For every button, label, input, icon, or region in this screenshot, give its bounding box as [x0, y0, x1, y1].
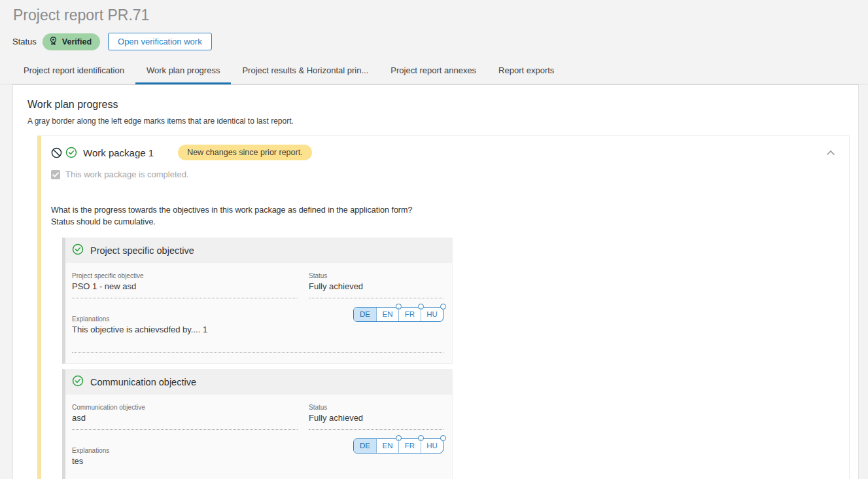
- language-code: EN: [383, 310, 393, 318]
- check-circle-icon: [72, 375, 84, 389]
- tab-project-report-identification[interactable]: Project report identification: [12, 60, 135, 84]
- language-code: HU: [426, 310, 438, 318]
- divider: [72, 352, 443, 353]
- field-value: tes: [72, 456, 298, 466]
- language-tab-hu[interactable]: HU: [421, 439, 443, 453]
- language-code: EN: [383, 442, 393, 450]
- objective-card-communication-objective: Communication objective Communication ob…: [62, 369, 453, 479]
- medal-icon: [48, 36, 58, 48]
- field-label: Status: [309, 404, 443, 411]
- status-badge-text: Verified: [62, 37, 92, 46]
- objective-list: Project specific objective Project speci…: [51, 238, 837, 479]
- status-field: Status Fully achieved: [309, 272, 443, 298]
- language-selector: DE EN FR HU: [353, 438, 443, 453]
- tab-label: Work plan progress: [147, 65, 220, 75]
- status-badge: Verified: [43, 33, 100, 50]
- open-verification-work-button[interactable]: Open verification work: [108, 33, 212, 50]
- language-code: FR: [405, 310, 415, 318]
- chevron-up-icon: [826, 150, 835, 156]
- explanations-field: Explanations tes: [72, 447, 298, 466]
- tab-label: Project results & Horizontal prin...: [242, 65, 368, 75]
- language-code: DE: [360, 442, 370, 450]
- language-code: DE: [360, 310, 370, 318]
- tab-label: Report exports: [498, 65, 554, 75]
- objectives-question: What is the progress towards the objecti…: [51, 204, 434, 228]
- objective-header[interactable]: Project specific objective: [65, 238, 452, 263]
- language-code: HU: [426, 442, 438, 450]
- tab-label: Project report identification: [24, 65, 124, 75]
- collapse-button[interactable]: [825, 149, 837, 157]
- field-value: PSO 1 - new asd: [72, 281, 298, 291]
- explanations-field: Explanations This objective is achievsdf…: [72, 315, 298, 334]
- field-label: Explanations: [72, 315, 298, 323]
- language-tab-fr[interactable]: FR: [398, 439, 421, 453]
- field-value: asd: [72, 413, 298, 423]
- tab-work-plan-progress[interactable]: Work plan progress: [135, 60, 231, 84]
- language-tab-en[interactable]: EN: [376, 308, 398, 321]
- objective-field: Project specific objective PSO 1 - new a…: [72, 272, 298, 298]
- translation-missing-dot-icon: [440, 435, 446, 441]
- language-tab-de[interactable]: DE: [354, 308, 376, 321]
- objective-body: Project specific objective PSO 1 - new a…: [65, 263, 452, 363]
- language-tab-fr[interactable]: FR: [398, 308, 421, 321]
- objective-body: Communication objective asd Explanations…: [65, 395, 452, 479]
- check-circle-icon: [72, 243, 84, 258]
- translation-missing-dot-icon: [440, 304, 446, 310]
- section-description: A gray border along the left edge marks …: [27, 116, 858, 126]
- tab-report-exports[interactable]: Report exports: [487, 60, 565, 84]
- language-tab-de[interactable]: DE: [354, 439, 376, 453]
- objective-field: Communication objective asd: [72, 404, 298, 430]
- tab-label: Project report annexes: [391, 65, 476, 75]
- tab-project-report-annexes[interactable]: Project report annexes: [379, 60, 487, 84]
- completed-checkbox-label: This work package is completed.: [65, 169, 189, 179]
- checkmark-icon: [52, 172, 59, 177]
- page-title: Project report PR.71: [13, 7, 868, 24]
- objective-title: Project specific objective: [90, 245, 194, 256]
- objective-header[interactable]: Communication objective: [65, 370, 452, 395]
- language-code: FR: [405, 442, 415, 450]
- field-label: Explanations: [72, 447, 298, 454]
- field-value: This objective is achievsdfed by.... 1: [72, 325, 298, 334]
- language-selector: DE EN FR HU: [353, 307, 443, 322]
- work-package-card: Work package 1 New changes since prior r…: [37, 135, 850, 479]
- field-label: Status: [309, 272, 443, 279]
- work-package-completed-checkbox: [51, 170, 60, 179]
- language-tab-hu[interactable]: HU: [421, 308, 443, 321]
- section-heading: Work plan progress: [27, 99, 858, 111]
- new-changes-badge: New changes since prior report.: [178, 145, 311, 160]
- tab-bar: Project report identification Work plan …: [0, 60, 868, 84]
- completed-checkbox-row: This work package is completed.: [51, 169, 837, 179]
- content-panel: Work plan progress A gray border along t…: [12, 84, 859, 479]
- field-value: Fully achieved: [309, 281, 443, 291]
- field-value: Fully achieved: [309, 413, 443, 423]
- work-package-header: Work package 1 New changes since prior r…: [51, 145, 837, 160]
- status-label: Status: [12, 37, 37, 46]
- field-label: Communication objective: [72, 404, 298, 411]
- objective-title: Communication objective: [90, 377, 196, 387]
- status-field: Status Fully achieved: [309, 404, 443, 430]
- field-label: Project specific objective: [72, 272, 298, 279]
- language-tab-en[interactable]: EN: [376, 439, 398, 453]
- objective-card-project-specific-objective: Project specific objective Project speci…: [62, 238, 453, 364]
- tab-project-results-horizontal-prin[interactable]: Project results & Horizontal prin...: [231, 60, 379, 84]
- circle-slash-icon: [51, 147, 62, 158]
- status-row: Status Verified Open verification work: [12, 33, 868, 50]
- work-package-title: Work package 1: [83, 147, 154, 158]
- check-circle-icon: [65, 147, 77, 158]
